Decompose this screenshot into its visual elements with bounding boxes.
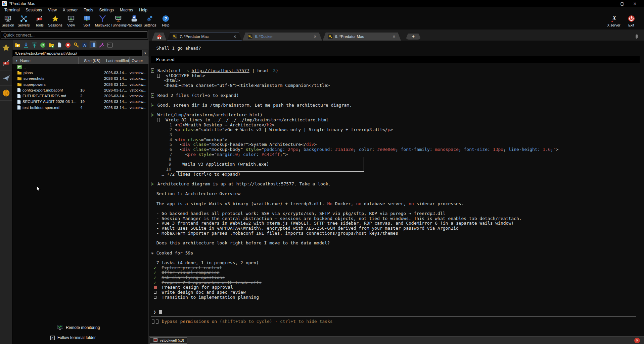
toolbar-label: MultiExec bbox=[95, 23, 110, 27]
file-row-future-features-md[interactable]: FUTURE-FEATURES.md22026-03-14...vstockw.… bbox=[12, 93, 148, 99]
file-toolbar-delete-button[interactable] bbox=[64, 42, 71, 48]
column-header-size-kb[interactable]: Size (KB) bbox=[79, 57, 104, 64]
toolbar-settings-button[interactable]: Settings bbox=[142, 13, 158, 27]
menu-x-server[interactable]: X server bbox=[60, 7, 81, 13]
toolbar-exit-button[interactable]: Exit bbox=[623, 13, 640, 27]
close-button[interactable]: ✕ bbox=[629, 0, 641, 7]
follow-terminal-folder-checkbox[interactable]: ✓ bbox=[50, 336, 55, 340]
new-tab-button[interactable]: + bbox=[406, 34, 421, 40]
selected-option-proceed[interactable]: Proceed bbox=[151, 56, 640, 63]
menu-macros[interactable]: Macros bbox=[117, 7, 136, 13]
paperclip-icon[interactable] bbox=[635, 34, 639, 39]
menu-settings[interactable]: Settings bbox=[96, 7, 117, 13]
strip-tools-knife[interactable] bbox=[0, 55, 12, 70]
terminal-prompt-input[interactable]: ❯ bbox=[151, 308, 636, 317]
file-toolbar-folder-up-button[interactable] bbox=[14, 42, 21, 48]
sidebar-resizer[interactable] bbox=[13, 316, 96, 316]
strip-network-globe[interactable] bbox=[0, 85, 12, 101]
minimize-button[interactable]: – bbox=[603, 0, 616, 7]
strip-macros-plane[interactable] bbox=[0, 70, 12, 85]
maximize-button[interactable]: ▢ bbox=[616, 0, 629, 7]
menu-help[interactable]: Help bbox=[136, 7, 150, 13]
menu-sessions[interactable]: Sessions bbox=[22, 7, 45, 13]
folder-up-icon bbox=[15, 42, 20, 48]
file-row-security-audit-2026-03-1[interactable]: SECURITY-AUDIT-2026-03-1...192026-03-14.… bbox=[12, 99, 148, 105]
follow-terminal-folder[interactable]: ✓ Follow terminal folder bbox=[50, 335, 96, 340]
column-header-last-modified[interactable]: Last modified bbox=[104, 57, 130, 64]
file-owner: vstockw... bbox=[130, 76, 148, 80]
toolbar-multiexec-button[interactable]: MultiExec bbox=[95, 13, 110, 27]
menu-terminal[interactable]: Terminal bbox=[1, 7, 22, 13]
tab-8-docker[interactable]: 8. *Docker✕ bbox=[242, 33, 322, 41]
tab-home[interactable] bbox=[152, 33, 167, 41]
tab-7-predator-mac[interactable]: 7. *Predator Mac✕ bbox=[167, 33, 242, 41]
tab-9-predator-mac[interactable]: 9. *Predator Mac✕ bbox=[323, 33, 401, 41]
file-size: 19 bbox=[79, 100, 104, 104]
toolbar-label: X server bbox=[607, 23, 620, 27]
tab-label: 9. *Predator Mac bbox=[335, 35, 364, 39]
path-input[interactable]: /Users/vstockwell/repos/wraith/docs/ bbox=[13, 50, 142, 57]
toolbar-label: Servers bbox=[17, 23, 30, 27]
menu-view[interactable]: View bbox=[45, 7, 60, 13]
column-label: Size (KB) bbox=[84, 59, 100, 63]
file-toolbar-terminal-button[interactable] bbox=[106, 42, 113, 48]
toolbar-tunneling-button[interactable]: Tunneling bbox=[110, 13, 126, 27]
terminal-line: Bash(curl -s http://localhost:57577 | he… bbox=[151, 68, 640, 73]
column-header-name[interactable]: ▼Name bbox=[12, 57, 79, 64]
terminal-line: Write design doc and spec review bbox=[151, 290, 640, 295]
toolbar-servers-button[interactable]: Servers bbox=[16, 13, 32, 27]
terminal-line: Wrote 82 lines to ../../../../tmp/brains… bbox=[151, 118, 640, 123]
file-toolbar-new-file-button[interactable] bbox=[56, 42, 63, 48]
terminal-line: Write(/tmp/brainstorm/architecture.html) bbox=[151, 113, 640, 118]
file-row-plans[interactable]: plans2026-03-14...vstockw... bbox=[12, 70, 148, 75]
file-row-[interactable]: .. bbox=[12, 64, 148, 70]
terminal-output[interactable]: Shall I go ahead?Proceed Bash(curl -s ht… bbox=[149, 41, 644, 336]
terminal-line: <html> bbox=[151, 78, 640, 83]
parent-folder-icon bbox=[17, 65, 22, 69]
menu-tools[interactable]: Tools bbox=[81, 7, 96, 13]
file-row-test-buildout-spec-md[interactable]: test-buildout-spec.md42026-03-14...vstoc… bbox=[12, 105, 148, 110]
toolbar-tools-button[interactable]: Tools bbox=[32, 13, 47, 27]
toolbar-split-button[interactable]: Split bbox=[79, 13, 95, 27]
file-owner: vstockw... bbox=[130, 100, 148, 104]
prompt-chevron: ❯ bbox=[153, 309, 156, 314]
folder-icon bbox=[17, 82, 22, 87]
file-toolbar-refresh-button[interactable] bbox=[39, 42, 46, 48]
file-row-superpowers[interactable]: superpowers2026-03-12...vstockw... bbox=[12, 81, 148, 87]
tab-close-icon[interactable]: ✕ bbox=[309, 35, 317, 39]
font-icon: A bbox=[82, 42, 87, 48]
toolbar-sessions-button[interactable]: Sessions bbox=[47, 13, 63, 27]
file-row-config-export-mobaconf[interactable]: config-export.mobaconf162026-03-17...vst… bbox=[12, 87, 148, 93]
file-toolbar-panel-toggle-button[interactable] bbox=[90, 42, 96, 48]
view-icon bbox=[67, 14, 75, 23]
file-toolbar-download-button[interactable] bbox=[22, 42, 29, 48]
file-toolbar-key-button[interactable] bbox=[73, 42, 80, 48]
remote-monitoring[interactable]: Remote monitoring bbox=[57, 325, 100, 330]
toolbar-packages-button[interactable]: Packages bbox=[126, 13, 142, 27]
tab-close-icon[interactable]: ✕ bbox=[388, 35, 396, 39]
file-icon bbox=[17, 100, 21, 104]
column-header-owner[interactable]: Owner bbox=[130, 57, 148, 64]
path-bar: /Users/vstockwell/repos/wraith/docs/ ▼ bbox=[12, 50, 148, 57]
file-toolbar-upload-button[interactable] bbox=[31, 42, 38, 48]
tab-close-icon[interactable]: ✕ bbox=[229, 35, 236, 39]
file-name: test-buildout-spec.md bbox=[22, 106, 59, 110]
file-row-screenshots[interactable]: screenshots2026-03-14...vstockw... bbox=[12, 76, 148, 81]
quick-connect-input[interactable]: Quick connect... bbox=[1, 31, 147, 39]
file-name: FUTURE-FEATURES.md bbox=[22, 94, 66, 98]
terminal-line: 7 tasks (4 done, 1 in progress, 2 open) bbox=[151, 261, 640, 266]
session-tab-vstockwell[interactable]: vstockwell (x3) bbox=[150, 337, 187, 344]
file-toolbar-wand-button[interactable] bbox=[98, 42, 105, 48]
file-toolbar-new-folder-button[interactable] bbox=[48, 42, 54, 48]
toolbar-session-button[interactable]: Session bbox=[0, 13, 16, 27]
title-bar: *Predator Mac –▢✕ bbox=[0, 0, 644, 7]
star-icon bbox=[2, 43, 10, 52]
multiexec-icon bbox=[99, 14, 106, 23]
toolbar-x-server-button[interactable]: XX server bbox=[605, 13, 623, 27]
strip-sessions-star[interactable] bbox=[0, 40, 12, 55]
path-dropdown-button[interactable]: ▼ bbox=[142, 50, 148, 57]
toolbar-view-button[interactable]: View bbox=[63, 13, 79, 27]
file-toolbar-font-button[interactable]: A bbox=[81, 42, 88, 48]
toolbar-help-button[interactable]: ?Help bbox=[158, 13, 174, 27]
close-session-button[interactable]: ✕ bbox=[634, 338, 640, 343]
